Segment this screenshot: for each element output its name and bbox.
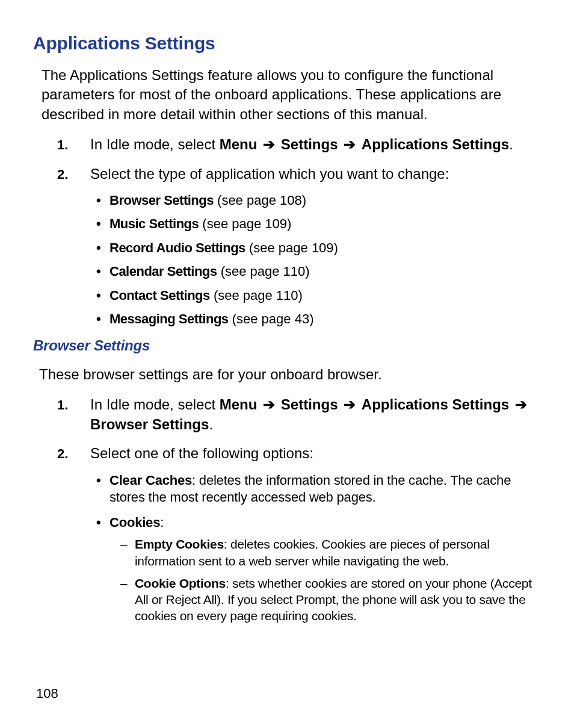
- step-2: 2. Select the type of application which …: [57, 164, 541, 328]
- subsection-intro: These browser settings are for your onbo…: [39, 365, 541, 384]
- step-text: Select one of the following options:: [90, 445, 313, 461]
- intro-paragraph: The Applications Settings feature allows…: [42, 66, 541, 124]
- step-1: 1. In Idle mode, select Menu ➔ Settings …: [57, 135, 541, 154]
- arrow-icon: ➔: [515, 396, 527, 412]
- list-item: Record Audio Settings (see page 109): [96, 240, 541, 257]
- step-number: 2.: [57, 445, 68, 463]
- browser-step-1: 1. In Idle mode, select Menu ➔ Settings …: [57, 395, 541, 434]
- cookies-suboptions: Empty Cookies: deletes cookies. Cookies …: [120, 536, 541, 624]
- step-text: In Idle mode, select Menu ➔ Settings ➔ A…: [90, 396, 529, 432]
- step-number: 1.: [57, 136, 68, 154]
- step-number: 1.: [57, 396, 68, 414]
- application-types-list: Browser Settings (see page 108) Music Se…: [96, 192, 541, 328]
- arrow-icon: ➔: [263, 396, 275, 412]
- arrow-icon: ➔: [344, 136, 356, 152]
- arrow-icon: ➔: [344, 396, 356, 412]
- browser-step-2: 2. Select one of the following options: …: [57, 444, 541, 624]
- arrow-icon: ➔: [263, 136, 275, 152]
- list-item: Calendar Settings (see page 110): [96, 263, 541, 280]
- browser-options-list: Clear Caches: deletes the information st…: [96, 472, 541, 624]
- section-heading: Applications Settings: [33, 33, 541, 54]
- list-item: Contact Settings (see page 110): [96, 287, 541, 304]
- subsection-heading: Browser Settings: [33, 337, 541, 354]
- step-text: In Idle mode, select Menu ➔ Settings ➔ A…: [90, 136, 513, 152]
- sublist-item: Cookie Options: sets whether cookies are…: [120, 575, 541, 624]
- list-item: Messaging Settings (see page 43): [96, 311, 541, 328]
- step-text: Select the type of application which you…: [90, 166, 449, 182]
- step-number: 2.: [57, 166, 68, 184]
- list-item: Cookies: Empty Cookies: deletes cookies.…: [96, 514, 541, 624]
- sublist-item: Empty Cookies: deletes cookies. Cookies …: [120, 536, 541, 569]
- page-number: 108: [36, 686, 58, 702]
- list-item: Browser Settings (see page 108): [96, 192, 541, 209]
- list-item: Clear Caches: deletes the information st…: [96, 472, 541, 506]
- list-item: Music Settings (see page 109): [96, 216, 541, 232]
